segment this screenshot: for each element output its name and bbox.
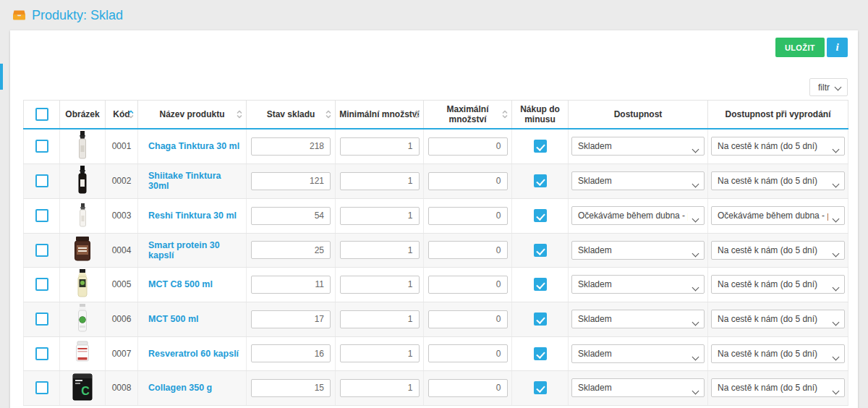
save-button[interactable]: ULOŽIT (775, 38, 825, 57)
table-row: 0006 MCT 500 ml Skladem Na cestě k nám (… (24, 302, 848, 336)
buy-minus-checkbox[interactable] (534, 244, 547, 257)
table-row: 0004 Smart protein 30 kapslí Skladem Na … (24, 233, 848, 267)
min-qty-input[interactable] (340, 172, 420, 190)
stock-input[interactable] (251, 276, 331, 294)
buy-minus-checkbox[interactable] (534, 174, 547, 187)
max-qty-input[interactable] (428, 241, 508, 259)
product-image: C (70, 373, 95, 404)
row-select-checkbox[interactable] (35, 381, 48, 394)
min-qty-input[interactable] (340, 276, 420, 294)
header-product-name[interactable]: Název produktu (138, 101, 247, 129)
table-row: 0005 MCT C8 500 ml Skladem Na cestě k ná… (24, 267, 848, 302)
product-name-link[interactable]: Shiitake Tinktura 30ml (148, 171, 221, 191)
max-qty-input[interactable] (428, 207, 508, 225)
content-card: ULOŽIT i filtr Obrázek Kód (10, 30, 858, 408)
row-select-checkbox[interactable] (35, 244, 48, 257)
header-image: Obrázek (60, 101, 106, 129)
table-header-row: Obrázek Kód Název produktu Stav skladu (24, 101, 848, 129)
max-qty-input[interactable] (428, 172, 508, 190)
info-button[interactable]: i (827, 38, 848, 57)
buy-minus-checkbox[interactable] (534, 381, 547, 394)
min-qty-input[interactable] (340, 379, 420, 397)
row-code: 0003 (106, 198, 138, 233)
product-name-link[interactable]: Collagen 350 g (148, 383, 212, 393)
header-max-qty[interactable]: Maximální množství (424, 101, 512, 129)
stock-input[interactable] (251, 344, 331, 362)
soldout-availability-select[interactable]: Na cestě k nám (do 5 dní) (711, 378, 845, 397)
product-name-link[interactable]: MCT C8 500 ml (148, 279, 213, 289)
select-all-checkbox[interactable] (35, 108, 48, 121)
row-code: 0007 (106, 336, 138, 370)
soldout-availability-select[interactable]: Očekáváme během dubna - předo (711, 206, 845, 225)
buy-minus-checkbox[interactable] (534, 278, 547, 291)
table-row: 0002 Shiitake Tinktura 30ml Skladem Na c… (24, 163, 848, 198)
stock-input[interactable] (251, 137, 331, 156)
page-header: Produkty: Sklad (0, 0, 868, 30)
product-name-link[interactable]: Chaga Tinktura 30 ml (148, 141, 239, 151)
row-select-checkbox[interactable] (35, 278, 48, 291)
product-name-link[interactable]: Reshi Tinktura 30 ml (148, 211, 237, 221)
product-image (73, 304, 92, 335)
sort-icon[interactable] (237, 110, 242, 118)
buy-minus-checkbox[interactable] (534, 140, 547, 153)
sort-icon[interactable] (502, 110, 508, 118)
max-qty-input[interactable] (428, 344, 508, 362)
max-qty-input[interactable] (428, 137, 508, 156)
min-qty-input[interactable] (340, 310, 420, 328)
header-code[interactable]: Kód (106, 101, 138, 129)
stock-input[interactable] (251, 241, 331, 259)
header-min-qty[interactable]: Minimální množství (336, 101, 424, 129)
buy-minus-checkbox[interactable] (534, 209, 547, 222)
availability-select[interactable]: Skladem (571, 241, 705, 260)
availability-select[interactable]: Skladem (571, 171, 705, 190)
min-qty-input[interactable] (340, 344, 420, 362)
header-availability: Dostupnost (569, 101, 708, 129)
product-image (71, 235, 94, 265)
min-qty-input[interactable] (340, 241, 420, 259)
header-stock[interactable]: Stav skladu (247, 101, 336, 129)
row-select-checkbox[interactable] (35, 209, 48, 222)
product-name-link[interactable]: MCT 500 ml (148, 314, 198, 324)
max-qty-input[interactable] (428, 379, 508, 397)
product-name-link[interactable]: Smart protein 30 kapslí (148, 240, 220, 260)
row-select-checkbox[interactable] (35, 347, 48, 360)
availability-select[interactable]: Skladem (571, 137, 705, 156)
sidebar-handle[interactable] (0, 64, 3, 90)
sort-icon[interactable] (414, 110, 420, 118)
max-qty-input[interactable] (428, 276, 508, 294)
table-row: C 0008 Collagen 350 g Skladem Na cestě k… (24, 370, 848, 405)
row-select-checkbox[interactable] (35, 174, 48, 187)
availability-select[interactable]: Skladem (571, 344, 705, 363)
filter-dropdown-button[interactable]: filtr (809, 78, 848, 96)
product-name-link[interactable]: Resveratrol 60 kapslí (148, 349, 239, 359)
sort-icon[interactable] (326, 110, 331, 118)
availability-select[interactable]: Skladem (571, 310, 705, 328)
buy-minus-checkbox[interactable] (534, 347, 547, 360)
soldout-availability-select[interactable]: Na cestě k nám (do 5 dní) (711, 137, 845, 156)
row-code: 0002 (106, 163, 138, 198)
stock-input[interactable] (251, 207, 331, 225)
soldout-availability-select[interactable]: Na cestě k nám (do 5 dní) (711, 275, 845, 294)
stock-input[interactable] (251, 379, 331, 397)
row-select-checkbox[interactable] (35, 140, 48, 153)
stock-input[interactable] (251, 172, 331, 190)
min-qty-input[interactable] (340, 207, 420, 225)
product-image (72, 339, 93, 367)
stock-input[interactable] (251, 310, 331, 328)
buy-minus-checkbox[interactable] (534, 313, 547, 326)
row-code: 0004 (106, 233, 138, 267)
sort-icon-asc-active[interactable] (128, 110, 134, 118)
soldout-availability-select[interactable]: Na cestě k nám (do 5 dní) (711, 344, 845, 363)
row-select-checkbox[interactable] (35, 313, 48, 326)
max-qty-input[interactable] (428, 310, 508, 328)
soldout-availability-select[interactable]: Na cestě k nám (do 5 dní) (711, 171, 845, 190)
soldout-availability-select[interactable]: Na cestě k nám (do 5 dní) (711, 310, 845, 328)
soldout-availability-select[interactable]: Na cestě k nám (do 5 dní) (711, 241, 845, 260)
availability-select[interactable]: Skladem (571, 275, 705, 294)
header-soldout-availability: Dostupnost při vyprodání (708, 101, 848, 129)
row-code: 0008 (106, 370, 138, 405)
availability-select[interactable]: Skladem (571, 378, 705, 397)
header-select-all[interactable] (24, 101, 60, 129)
availability-select[interactable]: Očekáváme během dubna - předo (571, 206, 705, 225)
min-qty-input[interactable] (340, 137, 420, 156)
